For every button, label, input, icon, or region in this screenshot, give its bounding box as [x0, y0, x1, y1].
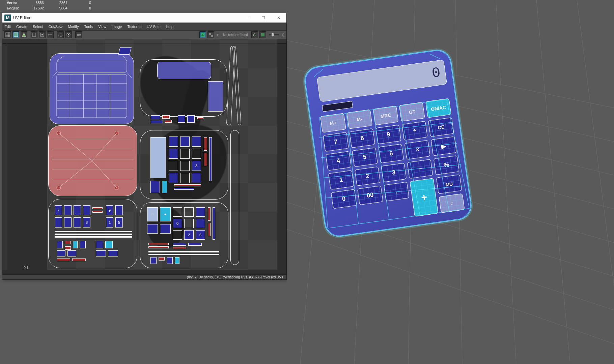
uv-bit[interactable] — [64, 205, 72, 215]
key-9[interactable]: 9 — [375, 125, 401, 144]
uv-shell-pack-1[interactable]: 3 — [140, 130, 228, 200]
uv-bit[interactable] — [184, 219, 194, 228]
key-sub[interactable]: − — [407, 159, 433, 179]
shaded-icon[interactable] — [12, 31, 19, 38]
calculator-model[interactable]: 0 M+ M- MRC GT ON/AC 7 8 9 ÷ CE 4 5 6 × … — [303, 48, 474, 239]
uv-bit[interactable] — [55, 234, 132, 235]
uv-bit[interactable] — [197, 117, 203, 119]
uv-bit[interactable] — [173, 230, 182, 240]
key-7[interactable]: 7 — [323, 132, 349, 152]
uv-bit[interactable] — [150, 257, 157, 264]
uv-bit[interactable] — [150, 181, 160, 193]
uv-bit[interactable] — [208, 207, 211, 221]
uv-bit[interactable] — [74, 217, 81, 228]
menu-edit[interactable]: Edit — [4, 25, 11, 29]
key-mu[interactable]: MU — [436, 174, 462, 194]
menu-textures[interactable]: Textures — [127, 25, 141, 29]
camera-icon[interactable] — [75, 31, 82, 38]
bake-icon[interactable] — [259, 31, 266, 38]
menu-image[interactable]: Image — [112, 25, 122, 29]
refresh-icon[interactable] — [251, 31, 258, 38]
menu-help[interactable]: Help — [166, 25, 173, 29]
uv-bit[interactable] — [169, 173, 178, 183]
uv-bit[interactable] — [169, 161, 178, 171]
uv-bit[interactable] — [92, 207, 103, 209]
uv-bit[interactable] — [150, 137, 166, 178]
uv-bit[interactable] — [175, 257, 179, 264]
uv-bit[interactable] — [165, 120, 172, 123]
uv-bit[interactable] — [178, 115, 185, 123]
uv-bit[interactable] — [96, 241, 103, 248]
uv-bit[interactable] — [105, 241, 113, 248]
uv-bit[interactable] — [162, 181, 167, 193]
menu-select[interactable]: Select — [33, 25, 43, 29]
key-dot[interactable]: . — [384, 182, 410, 201]
uv-shell-pack-2[interactable]: 7 8 9 1 5 — [48, 199, 137, 268]
key-ce[interactable]: CE — [428, 117, 454, 137]
uv-bit[interactable] — [192, 149, 201, 159]
uv-bit[interactable] — [64, 217, 72, 228]
key-mul[interactable]: × — [404, 140, 430, 159]
uv-bit[interactable] — [55, 217, 62, 228]
uv-bit[interactable] — [192, 173, 201, 183]
uv-shell-strip-1[interactable] — [118, 47, 131, 55]
uv-bit[interactable] — [174, 188, 194, 190]
viewport-3d[interactable]: 0 M+ M- MRC GT ON/AC 7 8 9 ÷ CE 4 5 6 × … — [287, 0, 614, 364]
dim-icon[interactable] — [47, 31, 54, 38]
grid-icon[interactable] — [4, 31, 11, 38]
key-6[interactable]: 6 — [378, 144, 404, 163]
uv-bit[interactable] — [57, 259, 70, 261]
uv-bit[interactable] — [148, 251, 219, 252]
key-pct[interactable]: % — [434, 155, 459, 175]
uv-bit[interactable] — [173, 247, 186, 249]
uv-bit[interactable] — [173, 243, 186, 246]
uv-bit[interactable] — [184, 207, 194, 217]
isolate-icon[interactable] — [57, 31, 64, 38]
uv-shell-screen-frame[interactable] — [140, 59, 227, 117]
uv-bit[interactable] — [73, 241, 78, 248]
uv-bit[interactable] — [151, 120, 163, 123]
uv-bit[interactable] — [180, 173, 190, 183]
uv-bit[interactable] — [148, 243, 169, 245]
uv-bit[interactable] — [162, 115, 170, 119]
uv-canvas[interactable]: 3 7 8 — [2, 39, 286, 275]
uv-bit[interactable] — [57, 250, 65, 256]
close-button[interactable]: ✕ — [271, 13, 286, 23]
uv-bit[interactable] — [108, 250, 118, 256]
key-5[interactable]: 5 — [352, 147, 378, 167]
titlebar[interactable]: M UV Editor — ☐ ✕ — [2, 13, 286, 23]
uv-bit[interactable] — [169, 136, 178, 147]
uv-bit[interactable] — [173, 207, 182, 217]
uv-bit[interactable] — [213, 207, 215, 240]
uv-shell-sidestrip[interactable] — [230, 130, 239, 265]
uv-bit[interactable] — [174, 184, 201, 186]
uv-bit[interactable] — [204, 153, 207, 166]
key-mminus[interactable]: M- — [346, 109, 372, 129]
menu-modify[interactable]: Modify — [68, 25, 79, 29]
key-plus[interactable]: + — [410, 178, 439, 217]
isolate-toggle-icon[interactable] — [65, 31, 72, 38]
menu-create[interactable]: Create — [16, 25, 27, 29]
uv-bit[interactable] — [188, 243, 202, 246]
uv-bit[interactable] — [115, 205, 123, 215]
key-0[interactable]: 0 — [331, 189, 357, 209]
uv-bit[interactable] — [180, 161, 190, 171]
uv-shell-pack-3[interactable]: = + 0 2 6 — [140, 202, 228, 268]
uv-bit[interactable] — [192, 136, 201, 147]
uv-bit[interactable] — [67, 250, 76, 256]
uv-bit[interactable] — [148, 254, 219, 255]
menu-view[interactable]: View — [98, 25, 106, 29]
uv-bit[interactable] — [80, 241, 86, 248]
snap-icon[interactable] — [31, 31, 37, 38]
uv-bit[interactable] — [204, 137, 207, 151]
checker-icon[interactable] — [207, 31, 214, 38]
uv-bit[interactable] — [92, 211, 103, 213]
uv-bit[interactable] — [74, 205, 81, 215]
uv-bit[interactable] — [169, 149, 178, 159]
uv-bit[interactable] — [151, 115, 160, 119]
minimize-button[interactable]: — — [240, 13, 255, 23]
uv-bit[interactable] — [65, 246, 71, 250]
uv-bit[interactable] — [147, 224, 158, 234]
key-eq[interactable]: = — [439, 193, 465, 213]
uv-bit[interactable] — [196, 207, 205, 217]
